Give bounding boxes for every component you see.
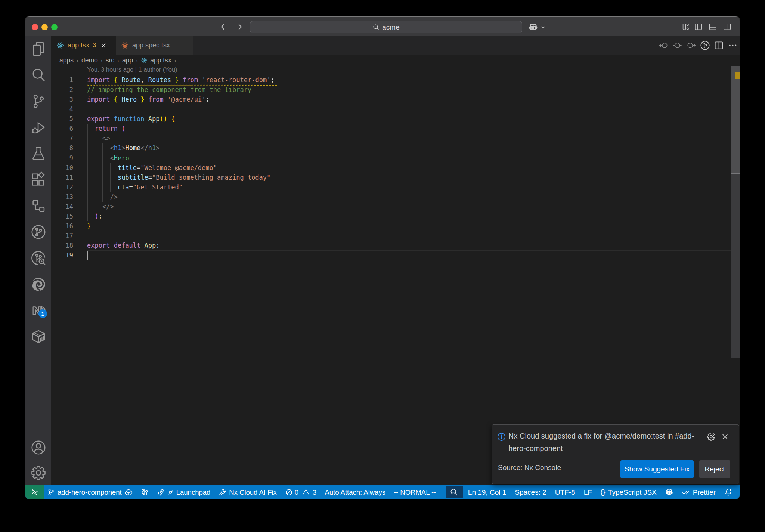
code-token [87, 144, 110, 152]
code-token [110, 115, 114, 123]
commit-graph-icon[interactable] [698, 40, 712, 50]
code-line[interactable]: 15 ); [51, 211, 740, 221]
gitlens-annotate-icon[interactable] [670, 41, 684, 50]
line-number: 19 [51, 250, 73, 260]
command-center-search[interactable]: acme [250, 21, 522, 33]
git-blame-annotation[interactable]: You, 3 hours ago | 1 author (You) [87, 66, 177, 73]
toggle-primary-sidebar-icon[interactable] [694, 22, 703, 31]
chevron-right-icon: › [114, 57, 122, 64]
prettier-item[interactable]: Prettier [682, 488, 716, 497]
more-actions-icon[interactable] [726, 41, 740, 50]
breadcrumb-item[interactable]: app.tsx [150, 56, 171, 64]
git-compare-icon [141, 488, 149, 496]
problems-item[interactable]: 0 3 [285, 488, 317, 497]
run-debug-icon[interactable] [25, 117, 51, 138]
gitlens-icon[interactable] [25, 221, 51, 243]
source-control-icon[interactable] [25, 90, 51, 112]
notification-close-icon[interactable] [721, 433, 729, 441]
git-compare-item[interactable] [141, 488, 149, 496]
tab-close-icon[interactable] [100, 42, 107, 49]
toggle-secondary-sidebar-icon[interactable] [723, 22, 731, 31]
code-line[interactable]: 11 subtitle="Build something amazing tod… [51, 173, 740, 182]
code-line[interactable]: 17 [51, 231, 740, 241]
code-token: h1 [114, 144, 121, 152]
vim-mode-item[interactable]: -- NORMAL -- [394, 488, 436, 497]
scrollbar-slider[interactable] [731, 66, 740, 173]
nx-console-icon[interactable]: 1 [25, 300, 51, 321]
breadcrumb-item[interactable]: apps [59, 56, 74, 64]
cursor-position-item[interactable]: Ln 19, Col 1 [468, 488, 506, 497]
code-line[interactable]: 13 /> [51, 192, 740, 202]
customize-layout-icon[interactable] [681, 22, 690, 31]
zoom-status-item[interactable] [446, 486, 463, 498]
line-number: 3 [51, 95, 73, 104]
edge-tools-icon[interactable] [25, 273, 51, 295]
show-suggested-fix-button[interactable]: Show Suggested Fix [620, 460, 694, 478]
line-number: 6 [51, 124, 73, 133]
eol-item[interactable]: LF [584, 488, 592, 497]
notification-settings-icon[interactable] [706, 432, 716, 442]
line-number: 9 [51, 153, 73, 163]
code-line[interactable]: 6 return ( [51, 124, 740, 133]
split-editor-icon[interactable] [712, 41, 726, 50]
code-line[interactable]: 8 <h1>Home</h1> [51, 143, 740, 153]
settings-gear-icon[interactable] [25, 462, 51, 484]
breadcrumb-item[interactable]: demo [81, 56, 98, 64]
containers-icon[interactable] [25, 326, 51, 347]
code-line[interactable]: 7 <> [51, 133, 740, 143]
explorer-icon[interactable] [25, 38, 51, 60]
gitlens-back-icon[interactable] [657, 41, 670, 50]
auto-attach-item[interactable]: Auto Attach: Always [325, 488, 385, 497]
code-token: } [87, 222, 91, 230]
accounts-icon[interactable] [25, 437, 51, 458]
maximize-window-button[interactable] [51, 24, 58, 30]
breadcrumb-item[interactable]: app [122, 56, 133, 64]
breadcrumb-item[interactable]: src [106, 56, 114, 64]
notifications-bell-item[interactable] [724, 488, 732, 496]
code-line[interactable]: 10 title="Welcmoe @acme/demo" [51, 163, 740, 173]
close-window-button[interactable] [32, 24, 38, 30]
testing-icon[interactable] [25, 143, 51, 164]
code-line[interactable]: 12 cta="Get Started" [51, 182, 740, 192]
code-token [118, 96, 121, 103]
extensions-icon[interactable] [25, 168, 51, 190]
gitlens-forward-icon[interactable] [684, 41, 698, 50]
gitlens-inspect-icon[interactable] [25, 247, 51, 269]
tab-app-tsx[interactable]: app.tsx 3 [51, 36, 116, 55]
git-branch-item[interactable]: add-hero-component [47, 488, 133, 497]
code-line[interactable]: 9 <Hero [51, 153, 740, 163]
code-line[interactable]: 1import { Route, Routes } from 'react-ro… [51, 75, 740, 85]
remote-indicator[interactable] [25, 485, 44, 499]
project-graph-icon[interactable] [25, 195, 51, 217]
code-line[interactable]: 14 </> [51, 202, 740, 211]
breadcrumb-item[interactable]: … [179, 56, 186, 64]
language-mode-item[interactable]: {} TypeScript JSX [601, 488, 657, 497]
code-line[interactable]: 18export default App; [51, 241, 740, 250]
code-token [87, 154, 110, 162]
code-token: 'react-router-dom' [202, 76, 270, 84]
react-file-icon [56, 41, 64, 49]
scrollbar-track[interactable] [731, 173, 740, 358]
copilot-status-item[interactable] [665, 488, 673, 496]
indentation-item[interactable]: Spaces: 2 [515, 488, 546, 497]
code-editor[interactable]: You, 3 hours ago | 1 author (You) 1impor… [51, 66, 740, 485]
line-number: 10 [51, 163, 73, 173]
chevron-down-icon[interactable] [540, 24, 546, 30]
tab-app-spec-tsx[interactable]: app.spec.tsx [116, 36, 193, 55]
reject-button[interactable]: Reject [699, 460, 730, 478]
navigate-forward-button[interactable] [233, 22, 243, 32]
code-line[interactable]: 16} [51, 221, 740, 231]
launchpad-item[interactable]: Launchpad [157, 488, 211, 497]
copilot-icon[interactable] [529, 22, 538, 32]
code-line[interactable]: 3import { Hero } from '@acme/ui'; [51, 95, 740, 104]
minimize-window-button[interactable] [41, 24, 48, 30]
code-line[interactable]: 4 [51, 104, 740, 114]
search-sidebar-icon[interactable] [25, 64, 51, 86]
nx-cloud-fix-item[interactable]: Nx Cloud AI Fix [219, 488, 277, 497]
code-line[interactable]: 5export function App() { [51, 114, 740, 124]
encoding-item[interactable]: UTF-8 [555, 488, 575, 497]
line-number: 11 [51, 173, 73, 182]
navigate-back-button[interactable] [220, 22, 229, 32]
toggle-panel-icon[interactable] [709, 22, 717, 31]
tab-problems-badge: 3 [93, 41, 96, 49]
